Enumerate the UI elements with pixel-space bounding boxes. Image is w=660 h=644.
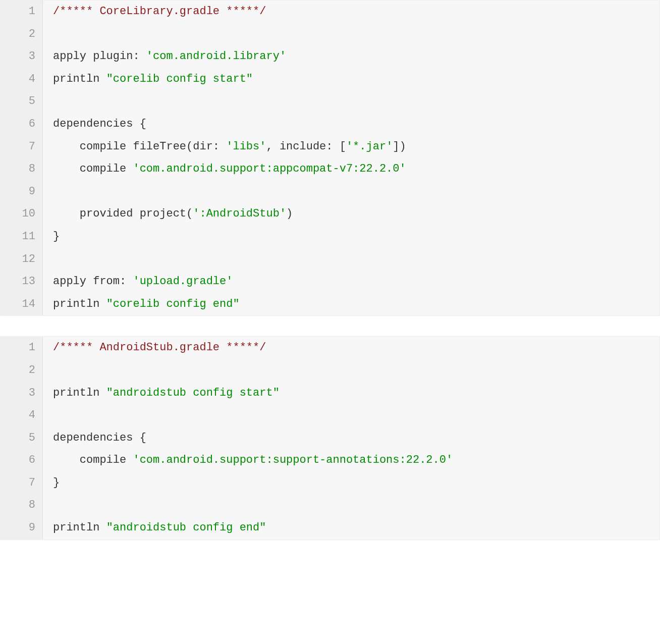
code-token: 'com.android.support:support-annotations… [133, 454, 453, 466]
code-token: provided project( [53, 207, 193, 220]
line-number: 2 [1, 23, 42, 46]
line-number-gutter: 123456789 [1, 337, 43, 539]
code-token: compile fileTree(dir: [53, 140, 226, 153]
code-line: println "androidstub config end" [53, 517, 659, 540]
line-number: 13 [1, 271, 42, 293]
code-token: "androidstub config start" [106, 387, 280, 399]
line-number: 4 [1, 68, 42, 91]
code-line: println "androidstub config start" [53, 382, 659, 405]
code-token: /***** AndroidStub.gradle *****/ [53, 341, 266, 354]
code-line: /***** CoreLibrary.gradle *****/ [53, 1, 659, 23]
code-line: /***** AndroidStub.gradle *****/ [53, 337, 659, 359]
code-line: println "corelib config end" [53, 293, 659, 316]
code-token: compile [53, 163, 133, 175]
code-line: compile 'com.android.support:appcompat-v… [53, 158, 659, 181]
code-line: } [53, 226, 659, 248]
line-number: 8 [1, 158, 42, 181]
code-token: dependencies { [53, 118, 146, 130]
line-number: 6 [1, 449, 42, 472]
line-number: 9 [1, 517, 42, 540]
code-line [53, 90, 659, 113]
code-token: println [53, 521, 106, 534]
code-token: 'com.android.support:appcompat-v7:22.2.0… [133, 163, 406, 175]
code-token: compile [53, 454, 133, 466]
code-token: '*.jar' [346, 140, 393, 153]
code-token: ]) [393, 140, 406, 153]
code-block: 123456789/***** AndroidStub.gradle *****… [0, 336, 660, 540]
code-line [53, 248, 659, 271]
code-token: println [53, 298, 106, 310]
line-number: 5 [1, 427, 42, 450]
code-content: /***** CoreLibrary.gradle *****/ apply p… [43, 1, 659, 315]
line-number: 7 [1, 472, 42, 495]
code-token: } [53, 230, 60, 243]
block-gap [0, 316, 660, 336]
code-line: apply plugin: 'com.android.library' [53, 45, 659, 68]
code-token: ':AndroidStub' [193, 207, 286, 220]
line-number: 5 [1, 90, 42, 113]
code-line [53, 359, 659, 382]
code-line: provided project(':AndroidStub') [53, 203, 659, 226]
line-number: 10 [1, 203, 42, 226]
line-number: 3 [1, 382, 42, 405]
code-line [53, 181, 659, 203]
code-token: apply plugin: [53, 50, 146, 63]
line-number: 14 [1, 293, 42, 316]
code-line: apply from: 'upload.gradle' [53, 271, 659, 293]
code-token: dependencies { [53, 432, 146, 444]
code-token: "corelib config end" [106, 298, 240, 310]
code-token: println [53, 387, 106, 399]
line-number-gutter: 1234567891011121314 [1, 1, 43, 315]
code-token: println [53, 73, 106, 85]
line-number: 4 [1, 404, 42, 427]
line-number: 9 [1, 181, 42, 203]
line-number: 6 [1, 113, 42, 136]
line-number: 12 [1, 248, 42, 271]
code-container: 1234567891011121314/***** CoreLibrary.gr… [0, 0, 660, 540]
code-content: /***** AndroidStub.gradle *****/ println… [43, 337, 659, 539]
code-token: } [53, 476, 60, 489]
code-token: apply from: [53, 275, 133, 288]
code-token: "androidstub config end" [106, 521, 266, 534]
code-line: println "corelib config start" [53, 68, 659, 91]
code-line: compile fileTree(dir: 'libs', include: [… [53, 136, 659, 158]
line-number: 3 [1, 45, 42, 68]
code-line [53, 494, 659, 517]
code-token: , include: [ [266, 140, 346, 153]
code-line: compile 'com.android.support:support-ann… [53, 449, 659, 472]
line-number: 2 [1, 359, 42, 382]
code-line [53, 23, 659, 46]
code-token: 'upload.gradle' [133, 275, 233, 288]
code-token: "corelib config start" [106, 73, 253, 85]
code-token: 'libs' [226, 140, 266, 153]
code-line: dependencies { [53, 427, 659, 450]
line-number: 11 [1, 226, 42, 248]
code-line [53, 404, 659, 427]
code-line: } [53, 472, 659, 495]
code-line: dependencies { [53, 113, 659, 136]
line-number: 1 [1, 337, 42, 359]
code-token: ) [286, 207, 293, 220]
line-number: 1 [1, 1, 42, 23]
code-token: 'com.android.library' [146, 50, 286, 63]
code-token: /***** CoreLibrary.gradle *****/ [53, 5, 266, 18]
code-block: 1234567891011121314/***** CoreLibrary.gr… [0, 0, 660, 316]
line-number: 8 [1, 494, 42, 517]
line-number: 7 [1, 136, 42, 158]
